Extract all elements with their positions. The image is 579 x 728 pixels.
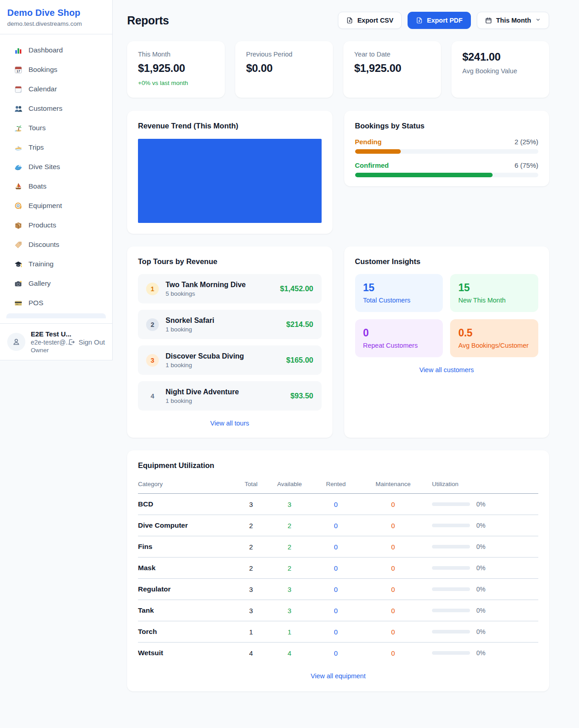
utilization-percent: 0% <box>476 586 485 593</box>
charts-row: Revenue Trend (This Month) Bookings by S… <box>127 111 549 234</box>
camera-icon <box>14 279 23 288</box>
stat-value: $0.00 <box>246 62 322 75</box>
export-pdf-label: Export PDF <box>427 17 463 24</box>
equipment-total: 3 <box>235 579 267 600</box>
sign-out-label: Sign Out <box>79 338 105 346</box>
customer-insights-title: Customer Insights <box>355 257 539 266</box>
main-content: Reports Export CSV Export PDF This Month <box>113 0 579 725</box>
status-progress-track <box>355 149 539 154</box>
sidebar-item-boats[interactable]: Boats <box>6 177 106 196</box>
sailboat-icon <box>14 182 23 191</box>
equipment-maintenance: 0 <box>360 494 427 515</box>
file-download-icon <box>346 17 353 24</box>
utilization-percent: 0% <box>476 543 485 550</box>
sidebar-item-calendar[interactable]: Calendar <box>6 80 106 99</box>
sidebar-item-training[interactable]: Training <box>6 255 106 274</box>
insight-tile-new-this-month: 15New This Month <box>450 274 538 312</box>
calendar-date-icon: 17 <box>14 65 23 74</box>
sidebar-item-discounts[interactable]: Discounts <box>6 235 106 254</box>
sign-out-button[interactable]: Sign Out <box>68 338 105 346</box>
equipment-utilization-card: Equipment Utilization Category Total Ava… <box>127 450 549 691</box>
utilization-wrap: 0% <box>432 564 538 572</box>
sidebar-item-products[interactable]: Products <box>6 216 106 235</box>
sidebar-item-label: Boats <box>28 182 47 190</box>
avatar <box>7 333 25 351</box>
view-all-customers-link[interactable]: View all customers <box>355 366 539 373</box>
page-header: Reports Export CSV Export PDF This Month <box>127 12 549 29</box>
sidebar-item-label: Discounts <box>28 241 59 249</box>
insight-value: 15 <box>458 282 530 294</box>
insight-label: New This Month <box>458 297 530 304</box>
period-dropdown[interactable]: This Month <box>477 12 549 29</box>
equipment-category: Tank <box>138 600 235 621</box>
utilization-bar <box>432 630 470 633</box>
sidebar-item-active-partial[interactable] <box>6 313 106 318</box>
tour-bookings-count: 1 booking <box>166 397 284 404</box>
utilization-percent: 0% <box>476 649 485 657</box>
stat-label: Avg Booking Value <box>462 67 538 75</box>
insight-value: 0.5 <box>458 327 530 339</box>
equipment-maintenance: 0 <box>360 579 427 600</box>
diving-mask-icon <box>14 201 23 210</box>
tour-row: 4Night Dive Adventure1 booking$93.50 <box>138 381 322 411</box>
utilization-percent: 0% <box>476 564 485 572</box>
utilization-wrap: 0% <box>432 501 538 508</box>
equipment-row-regulator: Regulator33000% <box>138 579 538 600</box>
page-title: Reports <box>127 14 169 27</box>
status-label: Confirmed <box>355 161 389 169</box>
tour-name: Discover Scuba Diving <box>166 352 280 360</box>
sidebar-item-dive-sites[interactable]: Dive Sites <box>6 157 106 176</box>
sidebar-item-pos[interactable]: POS <box>6 293 106 312</box>
equipment-category: Regulator <box>138 579 235 600</box>
sidebar-item-label: Products <box>28 221 56 229</box>
export-pdf-button[interactable]: Export PDF <box>408 12 471 29</box>
sidebar-item-gallery[interactable]: Gallery <box>6 274 106 293</box>
equipment-rented: 0 <box>312 558 360 579</box>
revenue-trend-chart <box>138 139 322 223</box>
insight-tile-total-customers: 15Total Customers <box>355 274 443 312</box>
sidebar-item-tours[interactable]: Tours <box>6 118 106 137</box>
sidebar-item-label: Customers <box>28 104 62 113</box>
calendar-pad-icon <box>14 85 23 94</box>
view-all-equipment-link[interactable]: View all equipment <box>138 672 538 680</box>
sidebar-item-equipment[interactable]: Equipment <box>6 196 106 215</box>
sidebar-item-trips[interactable]: Trips <box>6 138 106 157</box>
grad-cap-icon <box>14 260 23 269</box>
bookings-by-status-card: Bookings by Status Pending2 (25%)Confirm… <box>344 111 550 186</box>
equipment-rented: 0 <box>312 515 360 536</box>
shop-name: Demo Dive Shop <box>7 8 105 18</box>
bookings-by-status-list: Pending2 (25%)Confirmed6 (75%) <box>355 138 539 177</box>
export-csv-button[interactable]: Export CSV <box>338 12 402 29</box>
equipment-maintenance: 0 <box>360 600 427 621</box>
stat-label: Year to Date <box>354 51 430 58</box>
sidebar-item-label: Gallery <box>28 279 51 288</box>
sidebar-item-dashboard[interactable]: Dashboard <box>6 41 106 60</box>
equipment-category: Fins <box>138 536 235 558</box>
status-line: Confirmed6 (75%) <box>355 161 539 169</box>
utilization-bar <box>432 609 470 612</box>
insight-label: Avg Bookings/Customer <box>458 342 530 349</box>
equipment-maintenance: 0 <box>360 558 427 579</box>
user-info: E2E Test U... e2e-tester@... Owner <box>31 330 62 354</box>
equipment-utilization: 0% <box>427 536 538 558</box>
credit-card-icon <box>14 298 23 307</box>
equipment-utilization: 0% <box>427 579 538 600</box>
customer-insights-card: Customer Insights 15Total Customers15New… <box>344 246 550 438</box>
speedboat-icon <box>14 143 23 152</box>
equipment-utilization: 0% <box>427 643 538 664</box>
equipment-row-wetsuit: Wetsuit44000% <box>138 643 538 664</box>
status-row-pending: Pending2 (25%) <box>355 138 539 154</box>
revenue-trend-title: Revenue Trend (This Month) <box>138 122 322 130</box>
island-icon <box>14 123 23 132</box>
sidebar-item-customers[interactable]: Customers <box>6 99 106 118</box>
view-all-tours-link[interactable]: View all tours <box>138 420 322 427</box>
insight-value: 15 <box>363 282 435 294</box>
sidebar-item-label: Trips <box>28 143 44 151</box>
tour-info: Night Dive Adventure1 booking <box>166 388 284 404</box>
sidebar-item-bookings[interactable]: 17Bookings <box>6 60 106 79</box>
equipment-category: Mask <box>138 558 235 579</box>
equipment-rented: 0 <box>312 579 360 600</box>
insight-label: Repeat Customers <box>363 342 435 349</box>
tour-info: Discover Scuba Diving1 booking <box>166 352 280 369</box>
insight-label: Total Customers <box>363 297 435 304</box>
